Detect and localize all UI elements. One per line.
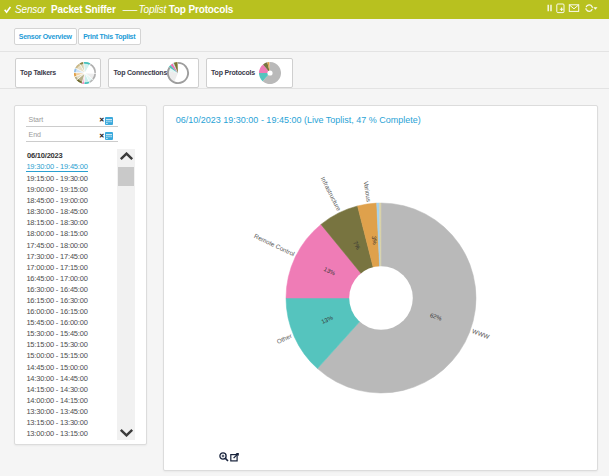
svg-text:Infrastructure: Infrastructure [320, 175, 343, 212]
svg-text:Other: Other [276, 332, 293, 345]
svg-text:WWW: WWW [471, 327, 490, 340]
svg-text:Various: Various [363, 180, 373, 202]
svg-text:Remote Control: Remote Control [253, 232, 296, 257]
